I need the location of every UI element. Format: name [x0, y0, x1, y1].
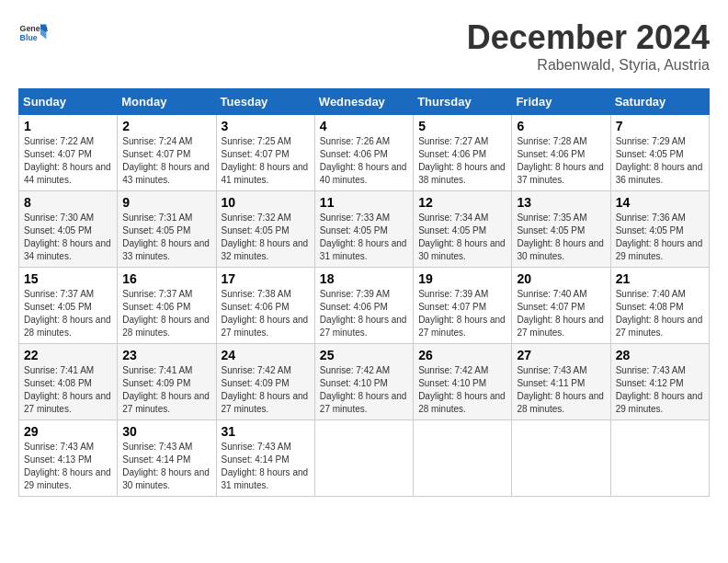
calendar-week-row: 29 Sunrise: 7:43 AM Sunset: 4:13 PM Dayl…	[19, 420, 710, 497]
day-number: 18	[320, 271, 408, 286]
calendar-day-cell: 4 Sunrise: 7:26 AM Sunset: 4:06 PM Dayli…	[314, 115, 413, 191]
calendar-day-cell	[610, 420, 709, 497]
day-number: 6	[517, 119, 605, 133]
day-info: Sunrise: 7:36 AM Sunset: 4:05 PM Dayligh…	[616, 212, 704, 263]
day-info: Sunrise: 7:24 AM Sunset: 4:07 PM Dayligh…	[122, 135, 210, 187]
calendar-table: SundayMondayTuesdayWednesdayThursdayFrid…	[18, 88, 710, 497]
calendar-day-cell	[314, 420, 413, 497]
day-number: 12	[418, 195, 506, 210]
calendar-day-cell: 5 Sunrise: 7:27 AM Sunset: 4:06 PM Dayli…	[414, 115, 512, 191]
calendar-week-row: 22 Sunrise: 7:41 AM Sunset: 4:08 PM Dayl…	[19, 344, 710, 420]
day-of-week-header: Friday	[512, 89, 610, 115]
day-info: Sunrise: 7:35 AM Sunset: 4:05 PM Dayligh…	[517, 212, 605, 263]
day-info: Sunrise: 7:28 AM Sunset: 4:06 PM Dayligh…	[517, 135, 605, 187]
day-number: 13	[517, 195, 605, 210]
day-info: Sunrise: 7:34 AM Sunset: 4:05 PM Dayligh…	[418, 212, 506, 263]
day-number: 28	[616, 348, 704, 362]
calendar-week-row: 1 Sunrise: 7:22 AM Sunset: 4:07 PM Dayli…	[19, 115, 710, 191]
day-info: Sunrise: 7:42 AM Sunset: 4:09 PM Dayligh…	[222, 364, 310, 416]
day-number: 2	[122, 119, 210, 133]
title-block: December 2024 Rabenwald, Styria, Austria	[467, 18, 710, 74]
day-number: 15	[24, 271, 112, 286]
logo-icon: General Blue	[18, 18, 48, 48]
calendar-day-cell: 23 Sunrise: 7:41 AM Sunset: 4:09 PM Dayl…	[118, 344, 216, 420]
day-number: 24	[222, 348, 310, 362]
day-info: Sunrise: 7:43 AM Sunset: 4:14 PM Dayligh…	[122, 441, 210, 492]
day-info: Sunrise: 7:29 AM Sunset: 4:05 PM Dayligh…	[616, 135, 704, 187]
calendar-day-cell	[512, 420, 610, 497]
calendar-day-cell: 20 Sunrise: 7:40 AM Sunset: 4:07 PM Dayl…	[512, 268, 610, 344]
day-info: Sunrise: 7:43 AM Sunset: 4:13 PM Dayligh…	[24, 441, 112, 492]
day-number: 7	[616, 119, 704, 133]
day-info: Sunrise: 7:31 AM Sunset: 4:05 PM Dayligh…	[122, 212, 210, 263]
day-number: 19	[418, 271, 506, 286]
calendar-day-cell: 2 Sunrise: 7:24 AM Sunset: 4:07 PM Dayli…	[118, 115, 216, 191]
day-info: Sunrise: 7:39 AM Sunset: 4:07 PM Dayligh…	[418, 288, 506, 339]
day-info: Sunrise: 7:26 AM Sunset: 4:06 PM Dayligh…	[320, 135, 408, 187]
calendar-day-cell: 11 Sunrise: 7:33 AM Sunset: 4:05 PM Dayl…	[314, 191, 413, 268]
calendar-day-cell: 28 Sunrise: 7:43 AM Sunset: 4:12 PM Dayl…	[610, 344, 709, 420]
calendar-day-cell: 13 Sunrise: 7:35 AM Sunset: 4:05 PM Dayl…	[512, 191, 610, 268]
calendar-day-cell: 1 Sunrise: 7:22 AM Sunset: 4:07 PM Dayli…	[19, 115, 118, 191]
day-number: 26	[418, 348, 506, 362]
page-header: General Blue December 2024 Rabenwald, St…	[18, 18, 710, 74]
day-info: Sunrise: 7:37 AM Sunset: 4:05 PM Dayligh…	[24, 288, 112, 339]
day-info: Sunrise: 7:25 AM Sunset: 4:07 PM Dayligh…	[222, 135, 310, 187]
day-info: Sunrise: 7:43 AM Sunset: 4:14 PM Dayligh…	[222, 441, 310, 492]
month-title: December 2024	[467, 18, 710, 57]
day-number: 5	[418, 119, 506, 133]
day-number: 16	[122, 271, 210, 286]
day-number: 3	[222, 119, 310, 133]
calendar-day-cell: 15 Sunrise: 7:37 AM Sunset: 4:05 PM Dayl…	[19, 268, 118, 344]
day-number: 21	[616, 271, 704, 286]
calendar-day-cell: 29 Sunrise: 7:43 AM Sunset: 4:13 PM Dayl…	[19, 420, 118, 497]
day-number: 20	[517, 271, 605, 286]
day-info: Sunrise: 7:27 AM Sunset: 4:06 PM Dayligh…	[418, 135, 506, 187]
day-of-week-header: Saturday	[610, 89, 709, 115]
day-info: Sunrise: 7:38 AM Sunset: 4:06 PM Dayligh…	[222, 288, 310, 339]
day-of-week-header: Wednesday	[314, 89, 413, 115]
day-of-week-header: Tuesday	[216, 89, 314, 115]
calendar-day-cell: 21 Sunrise: 7:40 AM Sunset: 4:08 PM Dayl…	[610, 268, 709, 344]
svg-text:Blue: Blue	[20, 33, 38, 42]
day-number: 4	[320, 119, 408, 133]
day-number: 30	[122, 424, 210, 439]
calendar-day-cell: 25 Sunrise: 7:42 AM Sunset: 4:10 PM Dayl…	[314, 344, 413, 420]
calendar-day-cell: 8 Sunrise: 7:30 AM Sunset: 4:05 PM Dayli…	[19, 191, 118, 268]
calendar-day-cell: 31 Sunrise: 7:43 AM Sunset: 4:14 PM Dayl…	[216, 420, 314, 497]
day-info: Sunrise: 7:42 AM Sunset: 4:10 PM Dayligh…	[418, 364, 506, 416]
calendar-day-cell: 12 Sunrise: 7:34 AM Sunset: 4:05 PM Dayl…	[414, 191, 512, 268]
day-info: Sunrise: 7:41 AM Sunset: 4:09 PM Dayligh…	[122, 364, 210, 416]
day-info: Sunrise: 7:41 AM Sunset: 4:08 PM Dayligh…	[24, 364, 112, 416]
calendar-day-cell: 6 Sunrise: 7:28 AM Sunset: 4:06 PM Dayli…	[512, 115, 610, 191]
day-number: 1	[24, 119, 112, 133]
day-info: Sunrise: 7:43 AM Sunset: 4:11 PM Dayligh…	[517, 364, 605, 416]
calendar-week-row: 8 Sunrise: 7:30 AM Sunset: 4:05 PM Dayli…	[19, 191, 710, 268]
logo: General Blue	[18, 18, 48, 48]
calendar-day-cell: 30 Sunrise: 7:43 AM Sunset: 4:14 PM Dayl…	[118, 420, 216, 497]
day-number: 8	[24, 195, 112, 210]
calendar-day-cell: 26 Sunrise: 7:42 AM Sunset: 4:10 PM Dayl…	[414, 344, 512, 420]
day-info: Sunrise: 7:40 AM Sunset: 4:08 PM Dayligh…	[616, 288, 704, 339]
day-info: Sunrise: 7:32 AM Sunset: 4:05 PM Dayligh…	[222, 212, 310, 263]
day-number: 27	[517, 348, 605, 362]
day-number: 25	[320, 348, 408, 362]
calendar-day-cell: 18 Sunrise: 7:39 AM Sunset: 4:06 PM Dayl…	[314, 268, 413, 344]
day-number: 22	[24, 348, 112, 362]
day-info: Sunrise: 7:40 AM Sunset: 4:07 PM Dayligh…	[517, 288, 605, 339]
day-number: 31	[222, 424, 310, 439]
day-info: Sunrise: 7:37 AM Sunset: 4:06 PM Dayligh…	[122, 288, 210, 339]
day-number: 11	[320, 195, 408, 210]
calendar-day-cell: 7 Sunrise: 7:29 AM Sunset: 4:05 PM Dayli…	[610, 115, 709, 191]
day-header-row: SundayMondayTuesdayWednesdayThursdayFrid…	[19, 89, 710, 115]
day-of-week-header: Thursday	[414, 89, 512, 115]
day-number: 10	[222, 195, 310, 210]
day-info: Sunrise: 7:43 AM Sunset: 4:12 PM Dayligh…	[616, 364, 704, 416]
calendar-day-cell: 27 Sunrise: 7:43 AM Sunset: 4:11 PM Dayl…	[512, 344, 610, 420]
calendar-day-cell: 14 Sunrise: 7:36 AM Sunset: 4:05 PM Dayl…	[610, 191, 709, 268]
calendar-week-row: 15 Sunrise: 7:37 AM Sunset: 4:05 PM Dayl…	[19, 268, 710, 344]
calendar-day-cell: 22 Sunrise: 7:41 AM Sunset: 4:08 PM Dayl…	[19, 344, 118, 420]
day-info: Sunrise: 7:42 AM Sunset: 4:10 PM Dayligh…	[320, 364, 408, 416]
day-number: 17	[222, 271, 310, 286]
calendar-day-cell: 9 Sunrise: 7:31 AM Sunset: 4:05 PM Dayli…	[118, 191, 216, 268]
